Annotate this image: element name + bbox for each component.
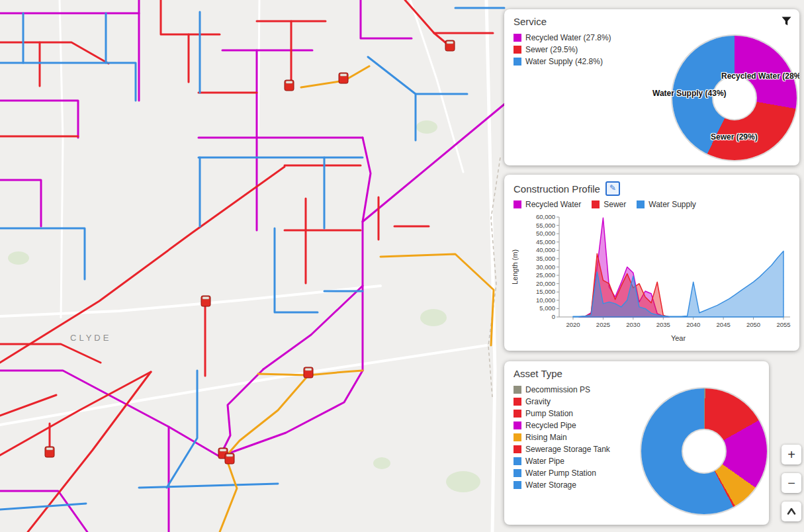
road: [0, 286, 380, 316]
service-panel-title: Service: [514, 16, 547, 27]
pipe-rising[interactable]: [380, 254, 494, 345]
construction-area-chart[interactable]: 05,00010,00015,00020,00025,00030,00035,0…: [508, 212, 797, 347]
pipe-water[interactable]: [0, 63, 136, 101]
park-area: [446, 471, 480, 492]
pipe-recycled[interactable]: [361, 0, 412, 38]
legend-item[interactable]: Recycled Water: [514, 200, 581, 209]
svg-text:2030: 2030: [626, 321, 640, 328]
legend-label: Decommission PS: [525, 385, 590, 394]
park-area: [416, 120, 437, 134]
pipe-recycled[interactable]: [0, 371, 220, 457]
legend-item[interactable]: Water Storage: [514, 480, 610, 490]
svg-text:2035: 2035: [656, 321, 670, 328]
road: [410, 0, 463, 172]
svg-text:2055: 2055: [776, 321, 790, 328]
pipe-sewer[interactable]: [405, 0, 450, 46]
storage-tank-icon[interactable]: [225, 453, 234, 464]
svg-text:40,000: 40,000: [536, 246, 555, 253]
road: [60, 0, 63, 318]
legend-item[interactable]: Recycled Water (27.8%): [514, 33, 611, 42]
svg-text:2020: 2020: [566, 321, 580, 328]
legend-swatch: [514, 386, 521, 394]
legend-item[interactable]: Rising Main: [514, 433, 610, 442]
storage-tank-icon[interactable]: [45, 447, 54, 457]
legend-swatch: [514, 457, 521, 465]
legend-item[interactable]: Water Pump Station: [514, 468, 610, 478]
legend-label: Water Pipe: [525, 457, 564, 466]
storage-tank-icon[interactable]: [445, 40, 455, 51]
svg-text:10,000: 10,000: [536, 296, 555, 304]
svg-text:15,000: 15,000: [536, 288, 555, 295]
asset-panel-title: Asset Type: [514, 368, 562, 379]
legend-item[interactable]: Pump Station: [514, 409, 610, 418]
legend-item[interactable]: Decommission PS: [514, 385, 610, 394]
storage-tank-icon[interactable]: [285, 80, 294, 91]
pipe-water[interactable]: [0, 504, 86, 510]
asset-donut-chart[interactable]: [640, 387, 768, 515]
legend-item[interactable]: Sewer: [592, 200, 626, 209]
service-donut-chart[interactable]: [671, 34, 798, 161]
legend-label: Recycled Water (27.8%): [525, 33, 611, 42]
legend-label: Sewer (29.5%): [525, 45, 578, 54]
zoom-in-button[interactable]: +: [782, 445, 801, 465]
legend-label: Water Supply (42.8%): [525, 57, 603, 66]
service-panel: Service Recycled Water (27.8%)Sewer (29.…: [504, 9, 799, 165]
filter-funnel-glyph: [782, 17, 791, 26]
pipe-water[interactable]: [275, 228, 318, 312]
pipe-recycled[interactable]: [0, 180, 41, 226]
pipe-recycled[interactable]: [263, 286, 363, 369]
pipe-sewer[interactable]: [161, 0, 220, 34]
legend-item[interactable]: Gravity: [514, 397, 610, 406]
pipe-recycled[interactable]: [0, 101, 78, 138]
pipe-water[interactable]: [368, 57, 416, 140]
legend-item[interactable]: Sewer (29.5%): [514, 45, 611, 54]
legend-item[interactable]: Sewerage Storage Tank: [514, 445, 610, 454]
legend-item[interactable]: Water Supply: [637, 200, 696, 209]
edit-construction-profile-button[interactable]: ✎: [605, 181, 620, 196]
service-legend: Recycled Water (27.8%)Sewer (29.5%)Water…: [514, 33, 611, 66]
construction-legend: Recycled WaterSewerWater Supply: [514, 200, 696, 209]
legend-swatch: [637, 200, 645, 208]
legend-label: Water Supply: [648, 200, 696, 209]
compass-button[interactable]: [782, 502, 801, 521]
park-area: [420, 309, 447, 326]
pipe-sewer[interactable]: [0, 395, 56, 416]
pipe-sewer[interactable]: [0, 167, 285, 363]
construction-panel-title: Construction Profile ✎: [514, 181, 620, 196]
pipe-recycled[interactable]: [363, 103, 506, 222]
zoom-out-button[interactable]: −: [782, 473, 801, 493]
svg-text:2050: 2050: [746, 321, 760, 328]
legend-swatch: [514, 398, 521, 406]
legend-swatch: [514, 445, 521, 453]
pipe-sewer[interactable]: [0, 42, 109, 64]
svg-text:35,000: 35,000: [536, 255, 555, 262]
pipe-sewer[interactable]: [0, 372, 151, 455]
north-arrow-icon: [786, 506, 797, 517]
service-pie-hole: [712, 75, 757, 120]
legend-label: Rising Main: [525, 433, 567, 442]
legend-item[interactable]: Water Supply (42.8%): [514, 57, 611, 66]
svg-text:30,000: 30,000: [536, 263, 555, 271]
pipe-water[interactable]: [139, 484, 278, 488]
storage-tank-icon[interactable]: [201, 296, 210, 306]
svg-text:5,000: 5,000: [539, 304, 555, 312]
legend-item[interactable]: Water Pipe: [514, 457, 610, 466]
asset-pie-hole: [682, 429, 727, 474]
filter-icon[interactable]: [782, 17, 791, 28]
legend-label: Sewerage Storage Tank: [525, 445, 610, 454]
storage-tank-icon[interactable]: [304, 367, 313, 378]
legend-swatch: [592, 200, 600, 208]
svg-text:45,000: 45,000: [536, 238, 555, 245]
pipe-rising[interactable]: [301, 66, 369, 87]
asset-type-panel: Asset Type Decommission PSGravityPump St…: [504, 361, 769, 525]
svg-text:Year: Year: [671, 334, 686, 342]
legend-item[interactable]: Recycled Pipe: [514, 421, 610, 430]
legend-label: Recycled Pipe: [525, 421, 576, 430]
road: [486, 0, 495, 532]
svg-text:2025: 2025: [596, 321, 610, 328]
svg-text:50,000: 50,000: [536, 230, 555, 237]
storage-tank-icon[interactable]: [339, 73, 348, 83]
pipe-recycled[interactable]: [363, 138, 371, 371]
svg-text:Length (m): Length (m): [511, 249, 519, 285]
legend-label: Water Pump Station: [525, 468, 596, 478]
